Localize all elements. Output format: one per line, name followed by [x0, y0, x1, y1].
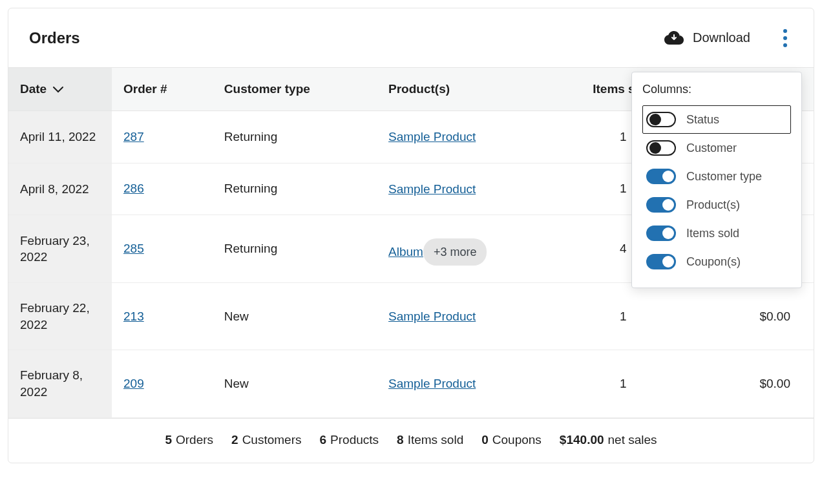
date-cell: February 8, 2022 [8, 350, 112, 417]
product-link[interactable]: Sample Product [388, 130, 476, 143]
col-date[interactable]: Date [8, 68, 112, 111]
order-link[interactable]: 213 [123, 310, 144, 323]
columns-popover: Columns: StatusCustomerCustomer typeProd… [631, 72, 802, 288]
product-cell: Album+3 more [377, 215, 560, 283]
summary-item: 0Coupons [481, 433, 542, 447]
product-cell: Sample Product [377, 111, 560, 163]
amount-cell: $0.00 [686, 350, 814, 417]
order-cell: 209 [112, 350, 213, 417]
ctype-cell: Returning [213, 111, 377, 163]
toggle-knob [662, 171, 674, 182]
dot-icon [783, 29, 787, 33]
download-label: Download [693, 30, 750, 45]
amount-cell: $0.00 [686, 283, 814, 350]
product-cell: Sample Product [377, 283, 560, 350]
product-cell: Sample Product [377, 350, 560, 417]
ctype-cell: Returning [213, 163, 377, 215]
ctype-cell: New [213, 350, 377, 417]
column-toggle-row[interactable]: Customer [642, 134, 791, 162]
download-button[interactable]: Download [664, 30, 750, 45]
orders-card: Orders Download Date [8, 8, 814, 463]
date-cell: February 22, 2022 [8, 283, 112, 350]
col-products[interactable]: Product(s) [377, 68, 560, 111]
items-cell: 1 [560, 350, 686, 417]
column-toggle-label: Product(s) [686, 198, 740, 212]
card-header: Orders Download [8, 8, 814, 68]
toggle-switch[interactable] [646, 112, 676, 127]
more-products-pill[interactable]: +3 more [423, 238, 487, 266]
summary-bar: 5Orders2Customers6Products8Items sold0Co… [8, 418, 814, 463]
toggle-switch[interactable] [646, 140, 676, 156]
summary-item: $140.00net sales [560, 433, 657, 447]
toggle-switch[interactable] [646, 254, 676, 269]
toggle-switch[interactable] [646, 226, 676, 241]
summary-item: 5Orders [165, 433, 213, 447]
date-cell: February 23, 2022 [8, 215, 112, 283]
options-menu-button[interactable] [777, 28, 793, 48]
column-toggle-row[interactable]: Product(s) [642, 191, 791, 219]
order-cell: 285 [112, 215, 213, 283]
date-cell: April 8, 2022 [8, 163, 112, 215]
summary-item: 8Items sold [397, 433, 463, 447]
product-link[interactable]: Sample Product [388, 377, 476, 390]
table-row: February 22, 2022213NewSample Product1$0… [8, 283, 814, 350]
column-toggle-label: Coupon(s) [686, 255, 741, 269]
toggle-knob [662, 227, 674, 239]
order-link[interactable]: 287 [123, 130, 144, 143]
toggle-switch[interactable] [646, 197, 676, 213]
order-cell: 287 [112, 111, 213, 163]
column-toggle-label: Status [686, 113, 719, 127]
order-link[interactable]: 209 [123, 377, 144, 390]
popover-title: Columns: [642, 83, 791, 96]
order-cell: 286 [112, 163, 213, 215]
product-link[interactable]: Album [388, 245, 423, 258]
dot-icon [783, 36, 787, 40]
column-toggle-row[interactable]: Items sold [642, 219, 791, 247]
download-cloud-icon [664, 31, 684, 45]
toggle-knob [649, 114, 661, 125]
summary-item: 2Customers [231, 433, 301, 447]
ctype-cell: New [213, 283, 377, 350]
toggle-switch[interactable] [646, 169, 676, 184]
summary-item: 6Products [319, 433, 379, 447]
column-toggle-label: Items sold [686, 227, 739, 240]
col-order[interactable]: Order # [112, 68, 213, 111]
toggle-knob [662, 199, 674, 211]
product-cell: Sample Product [377, 163, 560, 215]
date-cell: April 11, 2022 [8, 111, 112, 163]
product-link[interactable]: Sample Product [388, 182, 476, 196]
chevron-down-icon [53, 82, 63, 96]
column-toggle-row[interactable]: Coupon(s) [642, 247, 791, 276]
toggle-knob [662, 256, 674, 268]
page-title: Orders [29, 29, 664, 47]
order-link[interactable]: 286 [123, 182, 144, 195]
toggle-knob [649, 142, 661, 154]
column-toggle-row[interactable]: Status [642, 105, 791, 134]
table-row: February 8, 2022209NewSample Product1$0.… [8, 350, 814, 417]
items-cell: 1 [560, 283, 686, 350]
column-toggle-label: Customer [686, 142, 737, 155]
dot-icon [783, 43, 787, 47]
product-link[interactable]: Sample Product [388, 310, 476, 323]
col-ctype[interactable]: Customer type [213, 68, 377, 111]
ctype-cell: Returning [213, 215, 377, 283]
column-toggle-label: Customer type [686, 170, 762, 184]
column-toggle-row[interactable]: Customer type [642, 162, 791, 191]
order-cell: 213 [112, 283, 213, 350]
order-link[interactable]: 285 [123, 242, 144, 255]
